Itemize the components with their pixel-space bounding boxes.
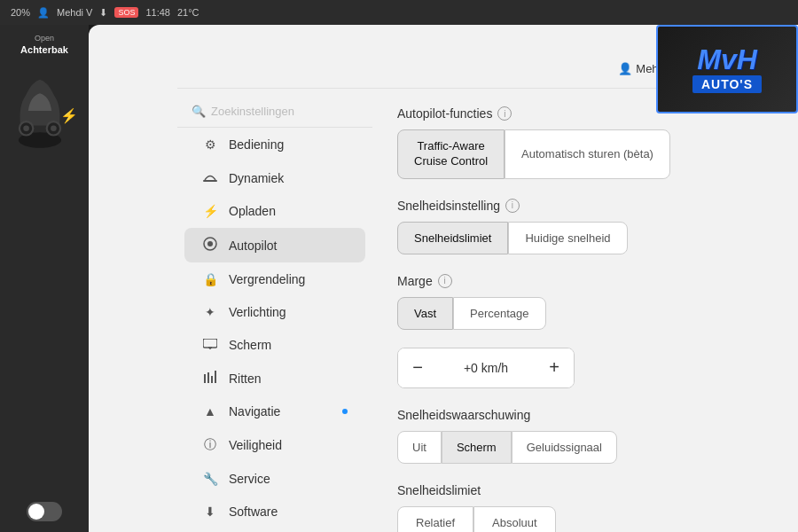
search-icon: 🔍 [192, 105, 206, 118]
warning-group: Uit Scherm Geluidssignaal [397, 431, 773, 464]
marge-label: Marge [397, 274, 433, 288]
marge-info-icon[interactable]: i [438, 274, 452, 288]
download-icon-status: ⬇ [99, 7, 107, 19]
sidebar-label-opladen: Opladen [229, 204, 276, 218]
speed-plus-button[interactable]: + [535, 348, 574, 387]
mvh-top-text: MvH [697, 45, 757, 74]
scherm-button[interactable]: Scherm [442, 431, 512, 464]
sidebar-item-verlichting[interactable]: ✦ Verlichting [184, 296, 365, 328]
autopilot-functies-info-icon[interactable]: i [497, 106, 512, 121]
sos-badge: SOS [114, 7, 138, 18]
huidige-snelheid-button[interactable]: Huidige snelheid [508, 222, 627, 254]
svg-rect-12 [207, 372, 209, 383]
toggle-area[interactable] [27, 502, 62, 521]
search-placeholder: Zoekinstellingen [211, 105, 294, 118]
status-time: 11:48 [145, 7, 170, 18]
sidebar-label-scherm: Scherm [229, 338, 271, 352]
mvh-bottom-text: AUTO'S [692, 75, 762, 93]
svg-rect-8 [203, 339, 217, 348]
snelheidslimiet-section: Snelheidslimiet Relatief Absoluut [397, 483, 773, 532]
snelheidsinstelling-info-icon[interactable]: i [505, 199, 520, 213]
snelheidsinstelling-title: Snelheidsinstelling i [397, 199, 773, 213]
geluidssignaal-button[interactable]: Geluidssignaal [512, 431, 617, 464]
sidebar-label-software: Software [229, 505, 278, 519]
lightning-icon: ⚡ [60, 107, 78, 124]
svg-rect-14 [215, 371, 216, 383]
autopilot-icon [202, 237, 218, 254]
sidebar-item-bediening[interactable]: ⚙ Bediening [184, 129, 365, 160]
status-bar: 20% 👤 Mehdi V ⬇ SOS 11:48 21°C [0, 0, 798, 25]
autopilot-functies-label: Autopilot-functies [397, 106, 492, 121]
status-bar-left: 20% 👤 Mehdi V ⬇ SOS 11:48 21°C [11, 7, 200, 19]
sidebar-item-navigatie[interactable]: ▲ Navigatie [184, 395, 365, 427]
content-area: 🔍 Zoekinstellingen ⚙ Bediening Dynamiek … [177, 89, 798, 532]
user-avatar-icon: 👤 [37, 7, 50, 19]
snelheidslimiet-button[interactable]: Snelheidslimiet [397, 222, 508, 254]
car-label: Achterbak [20, 44, 68, 55]
speed-minus-button[interactable]: − [398, 348, 437, 387]
sidebar-item-software[interactable]: ⬇ Software [184, 496, 365, 528]
toggle-switch[interactable] [27, 502, 62, 521]
uit-button[interactable]: Uit [397, 431, 442, 464]
nav-dot [342, 409, 348, 414]
status-user-name: Mehdi V [57, 7, 92, 18]
speed-control: − +0 km/h + [397, 348, 575, 388]
svg-rect-11 [204, 374, 206, 383]
scherm-icon [202, 338, 218, 352]
percentage-button[interactable]: Percentage [453, 297, 546, 330]
sidebar-item-ritten[interactable]: Ritten [184, 362, 365, 395]
svg-point-4 [51, 126, 57, 132]
sidebar-label-verlichting: Verlichting [229, 305, 286, 319]
status-temp: 21°C [177, 7, 200, 18]
cruise-control-button[interactable]: Traffic-Aware Cruise Control [397, 129, 505, 179]
svg-rect-13 [211, 376, 213, 383]
user-avatar-icon-bar: 👤 [618, 62, 632, 75]
ritten-icon [202, 371, 218, 386]
snelheidslimiet-section-label: Snelheidslimiet [397, 483, 481, 497]
snelheidslimiet-title: Snelheidslimiet [397, 483, 773, 497]
snelheidsinstelling-section: Snelheidsinstelling i Snelheidslimiet Hu… [397, 199, 773, 254]
sidebar-label-veiligheid: Veiligheid [229, 438, 282, 452]
sidebar-item-vergrendeling[interactable]: 🔒 Vergrendeling [184, 263, 365, 295]
main-content: Autopilot-functies i Traffic-Aware Cruis… [372, 89, 798, 532]
sidebar-item-service[interactable]: 🔧 Service [184, 463, 365, 495]
sidebar-item-autopilot[interactable]: Autopilot [184, 228, 365, 262]
sidebar-item-veiligheid[interactable]: ⓘ Veiligheid [184, 428, 365, 462]
sidebar-label-ritten: Ritten [229, 372, 262, 386]
verlichting-icon: ✦ [202, 305, 218, 319]
vergrendeling-icon: 🔒 [202, 272, 218, 286]
limit-group: Relatief Absoluut [397, 506, 773, 532]
marge-group: Vast Percentage [397, 297, 773, 330]
sidebar-item-dynamiek[interactable]: Dynamiek [184, 161, 365, 194]
autopilot-functies-group: Traffic-Aware Cruise Control Automatisch… [397, 129, 773, 179]
sidebar: 🔍 Zoekinstellingen ⚙ Bediening Dynamiek … [177, 89, 372, 532]
search-bar: 🔍 Zoekinstellingen [177, 96, 372, 128]
absoluut-button[interactable]: Absoluut [473, 506, 556, 532]
auto-stuur-button[interactable]: Automatisch sturen (bèta) [505, 129, 670, 179]
sidebar-label-navigatie: Navigatie [229, 404, 280, 419]
sidebar-item-opladen[interactable]: ⚡ Opladen [184, 195, 365, 227]
mvh-logo: MvH AUTO'S [656, 25, 798, 113]
snelheidswaarschuwing-label: Snelheidswaarschuwing [397, 408, 530, 422]
sidebar-item-scherm[interactable]: Scherm [184, 329, 365, 361]
vast-button[interactable]: Vast [397, 297, 453, 330]
left-panel: Open Achterbak ⚡ [0, 25, 89, 532]
marge-section: Marge i Vast Percentage − +0 km/h + [397, 274, 773, 388]
sidebar-label-autopilot: Autopilot [229, 239, 277, 253]
sidebar-label-vergrendeling: Vergrendeling [229, 272, 305, 286]
search-input-wrap[interactable]: 🔍 Zoekinstellingen [192, 105, 294, 118]
battery-percentage: 20% [11, 7, 30, 18]
relatief-button[interactable]: Relatief [397, 506, 473, 532]
sidebar-label-bediening: Bediening [229, 137, 284, 152]
veiligheid-icon: ⓘ [202, 437, 218, 453]
svg-rect-5 [203, 180, 217, 182]
svg-point-7 [207, 241, 213, 246]
dynamiek-icon [202, 170, 218, 185]
svg-point-3 [23, 126, 29, 132]
marge-title: Marge i [397, 274, 773, 288]
autopilot-functies-section: Autopilot-functies i Traffic-Aware Cruis… [397, 106, 773, 179]
snelheidswaarschuwing-section: Snelheidswaarschuwing Uit Scherm Geluids… [397, 408, 773, 464]
bediening-icon: ⚙ [202, 137, 218, 152]
speed-value-display: +0 km/h [437, 361, 535, 375]
snelheidsinstelling-label: Snelheidsinstelling [397, 199, 500, 213]
